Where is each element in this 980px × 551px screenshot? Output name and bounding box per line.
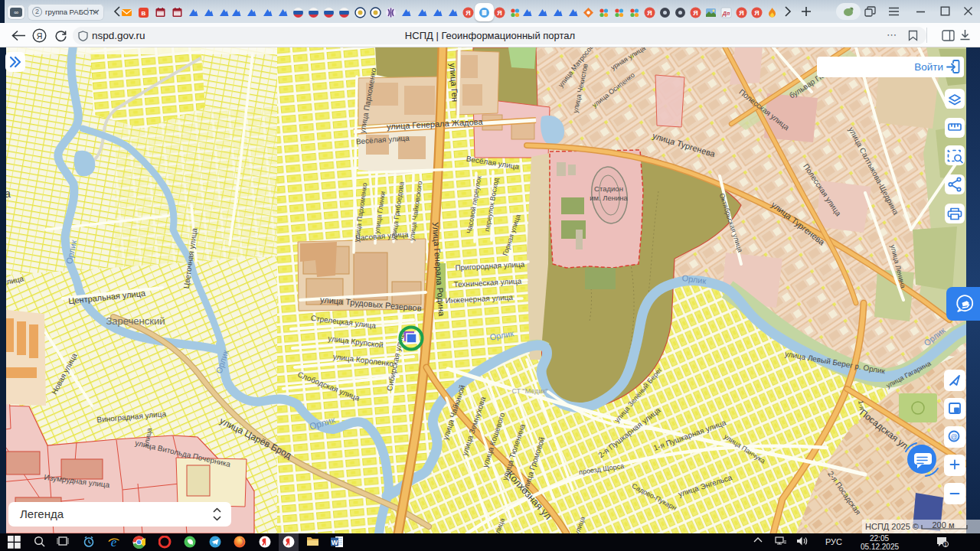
- svg-text:Я: Я: [693, 9, 697, 17]
- svg-text:Стадион: Стадион: [594, 184, 623, 193]
- svg-text:W: W: [332, 539, 338, 546]
- svg-text:Я: Я: [754, 9, 759, 17]
- svg-text:Дп: Дп: [722, 11, 730, 17]
- svg-text:Я: Я: [739, 9, 743, 17]
- svg-text:@: @: [950, 433, 957, 441]
- svg-text:Я: Я: [647, 9, 652, 17]
- svg-text:В: В: [142, 10, 146, 17]
- svg-text:Легенда: Легенда: [20, 507, 64, 520]
- svg-text:∞: ∞: [14, 9, 18, 16]
- svg-text:НСПД 2025 ©: НСПД 2025 ©: [865, 522, 919, 531]
- svg-text:им. Ленина: им. Ленина: [590, 194, 628, 202]
- svg-text:1: 1: [944, 542, 947, 547]
- svg-text:e: e: [111, 536, 117, 549]
- svg-text:Войти: Войти: [914, 61, 943, 73]
- svg-text:Я: Я: [497, 9, 501, 17]
- svg-text:Зареченский: Зареченский: [106, 315, 165, 327]
- svg-text:СТ "Медик": СТ "Медик": [511, 387, 547, 395]
- svg-text:Я: Я: [466, 9, 470, 17]
- svg-text:200 м: 200 м: [933, 520, 955, 530]
